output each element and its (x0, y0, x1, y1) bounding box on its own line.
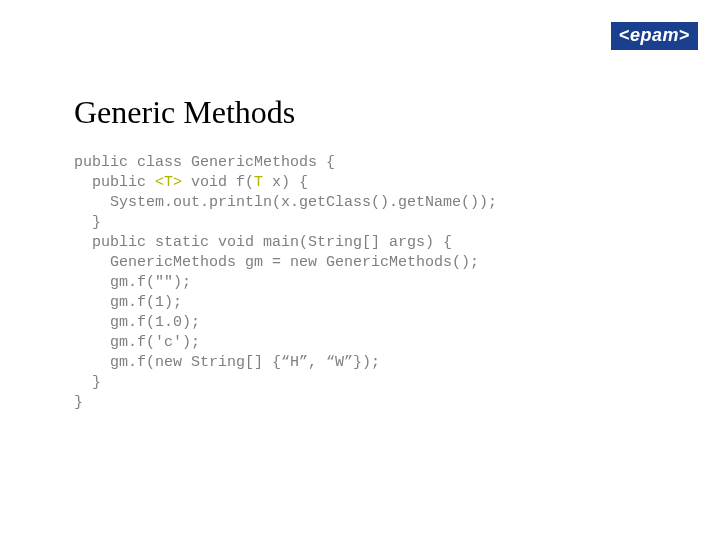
code-line-frag: x) { (263, 174, 308, 191)
logo-close-bracket: > (679, 25, 690, 45)
code-line: gm.f(new String[] {“H”, “W”}); (74, 354, 380, 371)
code-line: gm.f('c'); (74, 334, 200, 351)
code-line: gm.f(1); (74, 294, 182, 311)
code-line-frag: void f( (182, 174, 254, 191)
code-line: } (74, 374, 101, 391)
code-line: System.out.println(x.getClass().getName(… (74, 194, 497, 211)
code-type-ref: T (254, 174, 263, 191)
slide-content: Generic Methods public class GenericMeth… (74, 94, 670, 413)
code-line: } (74, 394, 83, 411)
logo-open-bracket: < (619, 25, 630, 45)
code-line: gm.f(""); (74, 274, 191, 291)
page-title: Generic Methods (74, 94, 670, 131)
logo-text: epam (630, 25, 679, 45)
code-line: gm.f(1.0); (74, 314, 200, 331)
code-line: } (74, 214, 101, 231)
epam-logo: <epam> (611, 22, 698, 50)
code-line: public class GenericMethods { (74, 154, 335, 171)
code-line-frag: public (74, 174, 155, 191)
code-type-param: <T> (155, 174, 182, 191)
code-block: public class GenericMethods { public <T>… (74, 153, 670, 413)
code-line: GenericMethods gm = new GenericMethods()… (74, 254, 479, 271)
code-line: public static void main(String[] args) { (74, 234, 452, 251)
